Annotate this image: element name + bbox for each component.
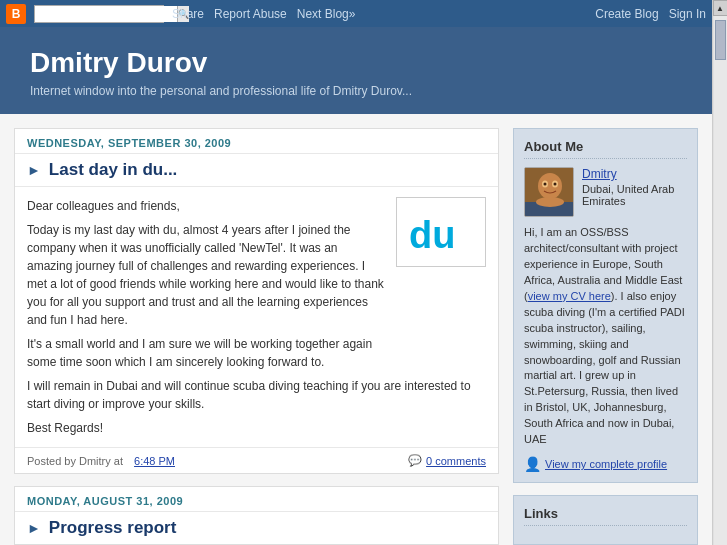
sign-in-link[interactable]: Sign In xyxy=(669,7,706,21)
view-profile-row: 👤 View my complete profile xyxy=(524,456,687,472)
post-1-title-link[interactable]: Last day in du... xyxy=(49,160,177,180)
scroll-thumb[interactable] xyxy=(715,20,726,60)
cv-link[interactable]: view my CV here xyxy=(528,290,611,302)
main-content: Wednesday, September 30, 2009 ► Last day… xyxy=(0,114,712,545)
profile-row: Dmitry Dubai, United Arab Emirates xyxy=(524,167,687,217)
scroll-track xyxy=(714,16,727,545)
profile-name-link[interactable]: Dmitry xyxy=(582,167,687,181)
blog-title: Dmitry Durov xyxy=(30,47,682,79)
post-2-title-row: ► Progress report xyxy=(15,512,498,544)
navbar: B 🔍 Share Report Abuse Next Blog» Create… xyxy=(0,0,712,27)
avatar xyxy=(524,167,574,217)
svg-point-7 xyxy=(554,183,557,186)
links-heading: Links xyxy=(524,506,687,526)
comments-link[interactable]: 0 comments xyxy=(426,455,486,467)
about-me-heading: About Me xyxy=(524,139,687,159)
post-1-footer: Posted by Dmitry at 6:48 PM 0 comments xyxy=(15,447,498,473)
post-para-1: Dear colleagues and friends, xyxy=(27,197,386,215)
svg-point-6 xyxy=(544,183,547,186)
about-me-content: Dmitry Dubai, United Arab Emirates Hi, I… xyxy=(524,167,687,472)
blog-header: Dmitry Durov Internet window into the pe… xyxy=(0,27,712,114)
links-widget: Links xyxy=(513,495,698,545)
svg-point-3 xyxy=(538,173,562,199)
blog-tagline: Internet window into the personal and pr… xyxy=(30,84,682,98)
svg-point-9 xyxy=(536,197,564,207)
posts-area: Wednesday, September 30, 2009 ► Last day… xyxy=(14,128,499,545)
post-para-2: Today is my last day with du, almost 4 y… xyxy=(27,221,386,329)
posted-by-label: Posted by Dmitry at xyxy=(27,455,123,467)
nav-links: Share Report Abuse Next Blog» xyxy=(172,7,587,21)
post-time-link[interactable]: 6:48 PM xyxy=(134,455,175,467)
create-blog-link[interactable]: Create Blog xyxy=(595,7,658,21)
svg-text:du: du xyxy=(409,214,455,256)
post-para-5: Best Regards! xyxy=(27,419,486,437)
scroll-up-button[interactable]: ▲ xyxy=(713,0,728,16)
view-profile-link[interactable]: View my complete profile xyxy=(545,458,667,470)
du-logo-image: du xyxy=(396,197,486,267)
post-para-4: I will remain in Dubai and will continue… xyxy=(27,377,486,413)
about-bio: Hi, I am an OSS/BSS architect/consultant… xyxy=(524,225,687,448)
sidebar: About Me xyxy=(513,128,698,545)
nav-right: Create Blog Sign In xyxy=(595,7,706,21)
search-bar[interactable]: 🔍 xyxy=(34,5,164,23)
post-1-title-row: ► Last day in du... xyxy=(15,154,498,187)
post-2-stub: Monday, August 31, 2009 ► Progress repor… xyxy=(14,486,499,545)
post-1: Wednesday, September 30, 2009 ► Last day… xyxy=(14,128,499,474)
post-2-date: Monday, August 31, 2009 xyxy=(15,487,498,512)
report-abuse-link[interactable]: Report Abuse xyxy=(214,7,287,21)
post-arrow-icon: ► xyxy=(27,162,41,178)
post-2-arrow-icon: ► xyxy=(27,520,41,536)
comment-icon xyxy=(408,454,422,467)
post-1-date: Wednesday, September 30, 2009 xyxy=(15,129,498,154)
search-input[interactable] xyxy=(35,6,177,22)
post-para-3: It's a small world and I am sure we will… xyxy=(27,335,386,371)
blogger-logo: B xyxy=(6,4,26,24)
post-1-body: Dear colleagues and friends, Today is my… xyxy=(15,187,498,447)
scrollbar[interactable]: ▲ ▼ xyxy=(712,0,727,545)
profile-location: Dubai, United Arab Emirates xyxy=(582,183,674,207)
post-2-title-link[interactable]: Progress report xyxy=(49,518,177,538)
post-1-text: Dear colleagues and friends, Today is my… xyxy=(27,197,386,377)
person-icon: 👤 xyxy=(524,456,541,472)
share-link[interactable]: Share xyxy=(172,7,204,21)
next-blog-link[interactable]: Next Blog» xyxy=(297,7,356,21)
about-me-widget: About Me xyxy=(513,128,698,483)
profile-name-location: Dmitry Dubai, United Arab Emirates xyxy=(582,167,687,207)
